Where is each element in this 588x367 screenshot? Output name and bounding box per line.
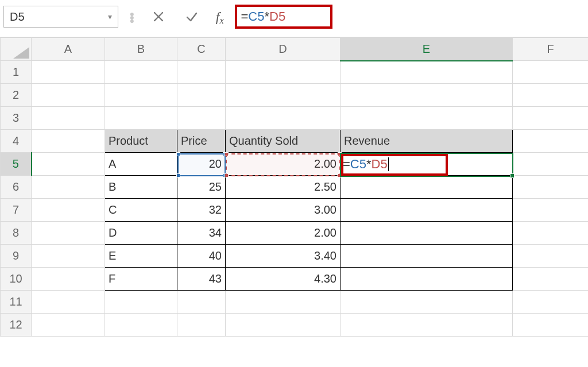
cell[interactable] — [226, 107, 341, 130]
chevron-down-icon[interactable]: ▾ — [108, 12, 112, 21]
cell-e4[interactable]: Revenue — [341, 130, 513, 153]
cell-b6[interactable]: B — [105, 176, 177, 199]
col-header-d[interactable]: D — [226, 38, 341, 61]
cell-c5[interactable]: 20 — [177, 153, 226, 176]
col-header-f[interactable]: F — [513, 38, 589, 61]
cell-c8[interactable]: 34 — [177, 222, 226, 245]
cell[interactable] — [177, 314, 226, 337]
cell[interactable] — [513, 153, 589, 176]
cell-d5[interactable]: 2.00 — [226, 153, 341, 176]
formula-input[interactable]: = C5 * D5 — [235, 5, 332, 29]
name-box[interactable]: D5 ▾ — [3, 6, 118, 28]
col-header-c[interactable]: C — [177, 38, 226, 61]
cell[interactable] — [226, 314, 341, 337]
cell[interactable] — [32, 130, 105, 153]
col-header-e[interactable]: E — [341, 38, 513, 61]
cell[interactable] — [32, 84, 105, 107]
cell[interactable] — [513, 61, 589, 84]
cell-c4[interactable]: Price — [177, 130, 226, 153]
cell[interactable] — [341, 61, 513, 84]
cell[interactable] — [177, 61, 226, 84]
cell[interactable] — [513, 222, 589, 245]
cell[interactable] — [105, 291, 177, 314]
row-header-3[interactable]: 3 — [1, 107, 32, 130]
select-all-corner[interactable] — [1, 38, 32, 61]
header-product: Product — [109, 134, 148, 148]
cell-e9[interactable] — [341, 245, 513, 268]
insert-function-button[interactable]: fx — [212, 9, 227, 25]
cell-d9[interactable]: 3.40 — [226, 245, 341, 268]
cell[interactable] — [32, 153, 105, 176]
cell-e7[interactable] — [341, 199, 513, 222]
cell-c9[interactable]: 40 — [177, 245, 226, 268]
cell-d8[interactable]: 2.00 — [226, 222, 341, 245]
cell[interactable] — [32, 199, 105, 222]
row-header-5[interactable]: 5 — [1, 153, 32, 176]
cell-b5[interactable]: A — [105, 153, 177, 176]
cell-d7[interactable]: 3.00 — [226, 199, 341, 222]
cell[interactable] — [513, 84, 589, 107]
cell[interactable] — [226, 61, 341, 84]
row-header-2[interactable]: 2 — [1, 84, 32, 107]
cell[interactable] — [513, 291, 589, 314]
cell[interactable] — [105, 84, 177, 107]
cell[interactable] — [341, 84, 513, 107]
row-header-6[interactable]: 6 — [1, 176, 32, 199]
cell-b10[interactable]: F — [105, 268, 177, 291]
cell[interactable] — [177, 291, 226, 314]
cell-e10[interactable] — [341, 268, 513, 291]
cell[interactable] — [513, 314, 589, 337]
cell-c7[interactable]: 32 — [177, 199, 226, 222]
row-header-1[interactable]: 1 — [1, 61, 32, 84]
cell[interactable] — [513, 268, 589, 291]
cell-e5[interactable]: =C5*D5 — [341, 153, 513, 176]
resize-handle-icon[interactable]: ••• — [126, 12, 138, 21]
cell-d4[interactable]: Quantity Sold — [226, 130, 341, 153]
cell-d6[interactable]: 2.50 — [226, 176, 341, 199]
cell[interactable] — [341, 314, 513, 337]
cell[interactable] — [105, 61, 177, 84]
row-header-9[interactable]: 9 — [1, 245, 32, 268]
cell[interactable] — [513, 245, 589, 268]
cell[interactable] — [226, 291, 341, 314]
cell-b7[interactable]: C — [105, 199, 177, 222]
cell[interactable] — [32, 314, 105, 337]
cell[interactable] — [32, 245, 105, 268]
cell[interactable] — [177, 84, 226, 107]
cell[interactable] — [513, 107, 589, 130]
row-header-12[interactable]: 12 — [1, 314, 32, 337]
cell[interactable] — [513, 130, 589, 153]
col-header-b[interactable]: B — [105, 38, 177, 61]
worksheet-grid[interactable]: A B C D E F 1 2 3 4 Product Price Quanti… — [0, 37, 588, 337]
cell-b4[interactable]: Product — [105, 130, 177, 153]
cell[interactable] — [513, 199, 589, 222]
cell-e6[interactable] — [341, 176, 513, 199]
confirm-button[interactable] — [179, 6, 204, 27]
cell-d10[interactable]: 4.30 — [226, 268, 341, 291]
cell[interactable] — [226, 84, 341, 107]
cancel-button[interactable] — [146, 6, 171, 27]
row-header-10[interactable]: 10 — [1, 268, 32, 291]
cell-e8[interactable] — [341, 222, 513, 245]
cell[interactable] — [341, 107, 513, 130]
cell[interactable] — [341, 291, 513, 314]
row-header-7[interactable]: 7 — [1, 199, 32, 222]
cell[interactable] — [32, 268, 105, 291]
cell-c6[interactable]: 25 — [177, 176, 226, 199]
cell[interactable] — [32, 107, 105, 130]
col-header-a[interactable]: A — [32, 38, 105, 61]
cell[interactable] — [105, 314, 177, 337]
cell-b8[interactable]: D — [105, 222, 177, 245]
cell[interactable] — [32, 176, 105, 199]
cell-b9[interactable]: E — [105, 245, 177, 268]
cell[interactable] — [105, 107, 177, 130]
cell[interactable] — [32, 61, 105, 84]
cell[interactable] — [177, 107, 226, 130]
cell[interactable] — [32, 222, 105, 245]
row-header-11[interactable]: 11 — [1, 291, 32, 314]
row-header-8[interactable]: 8 — [1, 222, 32, 245]
cell-c10[interactable]: 43 — [177, 268, 226, 291]
row-header-4[interactable]: 4 — [1, 130, 32, 153]
cell[interactable] — [32, 291, 105, 314]
cell[interactable] — [513, 176, 589, 199]
